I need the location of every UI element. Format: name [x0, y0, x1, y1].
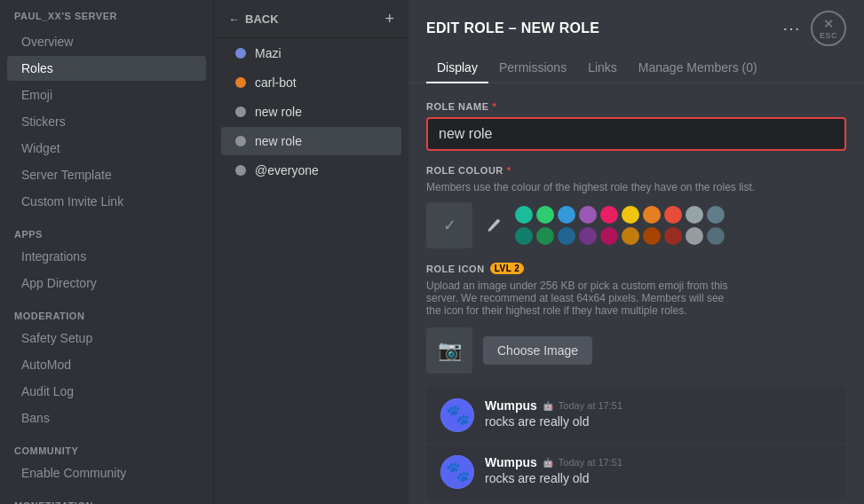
back-label: BACK	[245, 12, 279, 26]
message-header: Wumpus 🤖 Today at 17:51	[485, 398, 832, 413]
colour-option[interactable]	[536, 206, 554, 224]
message-badge: 🤖	[543, 458, 553, 468]
wumpus-avatar-icon: 🐾	[446, 404, 470, 427]
avatar-inner: 🐾	[440, 398, 474, 432]
role-color-dot	[235, 48, 246, 59]
colour-option[interactable]	[707, 206, 725, 224]
avatar: 🐾	[440, 398, 474, 432]
message-body: Wumpus 🤖 Today at 17:51 rocks are really…	[485, 455, 832, 485]
role-list-item[interactable]: carl-bot	[221, 68, 401, 97]
colour-option[interactable]	[515, 227, 533, 245]
chat-message: 🐾 Wumpus 🤖 Today at 17:51 rocks are real…	[426, 388, 846, 443]
role-list-item-everyone[interactable]: @everyone	[221, 156, 401, 185]
role-list-item[interactable]: Mazi	[221, 39, 401, 67]
role-name: carl-bot	[255, 75, 297, 90]
role-name-label: ROLE NAME *	[426, 101, 846, 112]
avatar: 🐾	[440, 455, 474, 489]
role-list-item-active[interactable]: new role	[221, 127, 401, 155]
choose-image-button[interactable]: Choose Image	[483, 336, 592, 365]
role-colour-section: ROLE COLOUR * Members use the colour of …	[426, 165, 846, 248]
colour-option[interactable]	[664, 206, 682, 224]
avatar-inner: 🐾	[440, 455, 474, 489]
colour-option[interactable]	[558, 206, 575, 224]
role-list-item[interactable]: new role	[221, 98, 401, 126]
sidebar-item-custom-invite[interactable]: Custom Invite Link	[7, 189, 206, 214]
colour-edit-button[interactable]	[481, 213, 506, 238]
sidebar-item-audit-log[interactable]: Audit Log	[7, 379, 206, 404]
colour-option[interactable]	[686, 227, 703, 245]
server-name: PAUL_XX'S SERVER	[0, 0, 213, 28]
role-icon-desc: Upload an image under 256 KB or pick a c…	[426, 280, 728, 317]
icon-upload-row: 📷 Choose Image	[426, 327, 846, 374]
sidebar-item-enable-community[interactable]: Enable Community	[7, 461, 206, 485]
server-sidebar: PAUL_XX'S SERVER Overview Roles Emoji St…	[0, 0, 213, 504]
sidebar-item-roles[interactable]: Roles	[7, 56, 206, 81]
roles-header: ← BACK +	[214, 0, 408, 38]
role-icon-section: ROLE ICON LVL 2 Upload an image under 25…	[426, 263, 846, 374]
sidebar-item-server-template[interactable]: Server Template	[7, 162, 206, 187]
tab-manage-members[interactable]: Manage Members (0)	[628, 53, 768, 83]
sidebar-item-bans[interactable]: Bans	[7, 406, 206, 430]
colour-option[interactable]	[643, 227, 661, 245]
chat-message: 🐾 Wumpus 🤖 Today at 17:51 rocks are real…	[426, 445, 846, 500]
tab-links[interactable]: Links	[577, 53, 628, 83]
colour-option[interactable]	[622, 206, 639, 224]
esc-label: ESC	[820, 31, 837, 40]
role-name: @everyone	[255, 163, 319, 177]
role-color-dot	[235, 165, 246, 176]
colour-row-1	[515, 206, 725, 224]
add-role-button[interactable]: +	[384, 11, 394, 27]
main-header: EDIT ROLE – NEW ROLE ⋯ ✕ ESC	[408, 0, 864, 46]
message-author: Wumpus	[485, 455, 537, 469]
sidebar-item-overview[interactable]: Overview	[7, 29, 206, 54]
more-options-button[interactable]: ⋯	[782, 18, 800, 39]
tabs: Display Permissions Links Manage Members…	[408, 46, 864, 83]
tab-permissions[interactable]: Permissions	[488, 53, 577, 83]
role-name: Mazi	[255, 46, 281, 60]
apps-section-label: APPS	[0, 215, 213, 243]
sidebar-item-app-directory[interactable]: App Directory	[7, 271, 206, 295]
sidebar-item-integrations[interactable]: Integrations	[7, 244, 206, 269]
role-color-dot	[235, 77, 246, 88]
message-badge: 🤖	[543, 401, 553, 411]
role-name-input[interactable]	[426, 117, 846, 151]
main-content: EDIT ROLE – NEW ROLE ⋯ ✕ ESC Display Per…	[408, 0, 864, 504]
colour-option[interactable]	[579, 206, 597, 224]
colour-option[interactable]	[707, 227, 725, 245]
role-icon-upload-area[interactable]: 📷	[426, 327, 472, 374]
community-section-label: COMMUNITY	[0, 431, 213, 460]
sidebar-item-stickers[interactable]: Stickers	[7, 109, 206, 134]
tab-display[interactable]: Display	[426, 53, 488, 83]
esc-button[interactable]: ✕ ESC	[811, 11, 846, 46]
message-text: rocks are really old	[485, 471, 832, 485]
roles-panel: ← BACK + Mazi carl-bot new role new role…	[213, 0, 408, 504]
message-text: rocks are really old	[485, 414, 832, 429]
colour-option[interactable]	[664, 227, 682, 245]
message-time: Today at 17:51	[559, 400, 622, 411]
colour-option[interactable]	[600, 206, 618, 224]
back-button[interactable]: ← BACK	[228, 12, 279, 26]
role-color-dot	[235, 106, 246, 117]
lvl-badge: LVL 2	[490, 263, 525, 274]
colour-swatch-selected[interactable]: ✓	[426, 202, 472, 248]
colour-option[interactable]	[643, 206, 661, 224]
sidebar-item-safety-setup[interactable]: Safety Setup	[7, 326, 206, 350]
back-arrow-icon: ←	[228, 12, 240, 26]
role-colour-label: ROLE COLOUR *	[426, 165, 846, 176]
colour-option[interactable]	[558, 227, 575, 245]
colour-option[interactable]	[536, 227, 554, 245]
colour-option[interactable]	[622, 227, 639, 245]
upload-icon: 📷	[438, 339, 462, 362]
sidebar-item-emoji[interactable]: Emoji	[7, 83, 206, 107]
roles-list: Mazi carl-bot new role new role @everyon…	[214, 38, 408, 185]
colour-option[interactable]	[600, 227, 618, 245]
role-name: new role	[255, 134, 302, 148]
sidebar-item-widget[interactable]: Widget	[7, 136, 206, 161]
sidebar-item-automod[interactable]: AutoMod	[7, 352, 206, 377]
colour-option[interactable]	[686, 206, 703, 224]
colour-option[interactable]	[515, 206, 533, 224]
header-actions: ⋯ ✕ ESC	[782, 11, 846, 46]
colour-option[interactable]	[579, 227, 597, 245]
message-header: Wumpus 🤖 Today at 17:51	[485, 455, 832, 469]
colour-row-2	[515, 227, 725, 245]
